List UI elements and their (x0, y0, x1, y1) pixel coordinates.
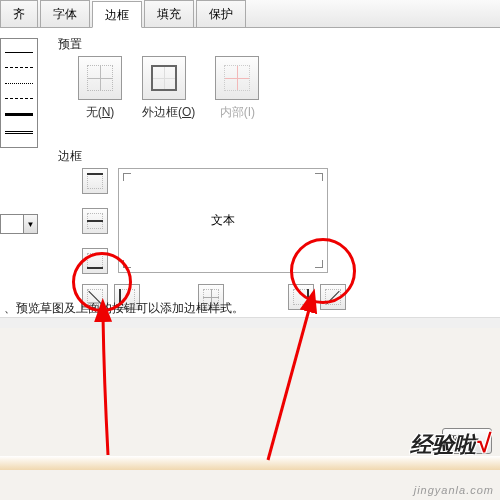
border-right-icon (293, 289, 309, 305)
line-style-item[interactable] (5, 52, 33, 53)
line-style-item[interactable] (5, 131, 33, 134)
tab-font[interactable]: 字体 (40, 0, 90, 27)
border-bottom-button[interactable] (82, 248, 108, 274)
check-icon: √ (476, 428, 490, 458)
tab-fill[interactable]: 填充 (144, 0, 194, 27)
preset-section-label: 预置 (58, 36, 82, 53)
border-top-icon (87, 173, 103, 189)
border-diag-down-button[interactable] (320, 284, 346, 310)
tab-protect[interactable]: 保护 (196, 0, 246, 27)
preset-inside-icon (224, 65, 250, 91)
line-style-item[interactable] (5, 98, 33, 99)
color-combo[interactable]: ▼ (0, 214, 38, 234)
preset-none-icon (87, 65, 113, 91)
border-top-button[interactable] (82, 168, 108, 194)
line-style-item[interactable] (5, 67, 33, 68)
dialog-tabs: 齐 字体 边框 填充 保护 (0, 0, 500, 28)
preset-none-label: 无(N) (78, 104, 122, 121)
preset-row: 无(N) 外边框(O) 内部(I) (78, 56, 259, 121)
line-style-item[interactable] (5, 83, 33, 84)
preview-text: 文本 (211, 212, 235, 229)
style-column: ▼ (0, 38, 45, 234)
line-style-list[interactable] (0, 38, 38, 148)
border-bottom-icon (87, 253, 103, 269)
border-middle-button[interactable] (82, 208, 108, 234)
line-style-item[interactable] (5, 113, 33, 116)
hint-text: 、预览草图及上面的按钮可以添加边框样式。 (0, 300, 244, 317)
border-preview: 文本 (118, 168, 328, 273)
border-right-button[interactable] (288, 284, 314, 310)
background-area: 确 (0, 328, 500, 500)
border-panel: ▼ 预置 边框 无(N) 外边框(O) 内部(I) 文本 (0, 28, 500, 318)
preset-outline-label: 外边框(O) (142, 104, 195, 121)
border-diag-down-icon (325, 289, 341, 305)
tab-align[interactable]: 齐 (0, 0, 38, 27)
tab-border[interactable]: 边框 (92, 1, 142, 28)
preset-inside-label: 内部(I) (215, 104, 259, 121)
preset-outline-icon (151, 65, 177, 91)
watermark-text: jingyanla.com (414, 484, 494, 496)
chevron-down-icon: ▼ (23, 215, 37, 233)
preset-outline-button[interactable] (142, 56, 186, 100)
preset-none-button[interactable] (78, 56, 122, 100)
site-logo: 经验啦√ (410, 428, 490, 460)
border-section-label: 边框 (58, 148, 82, 165)
border-middle-icon (87, 213, 103, 229)
preset-inside-button[interactable] (215, 56, 259, 100)
